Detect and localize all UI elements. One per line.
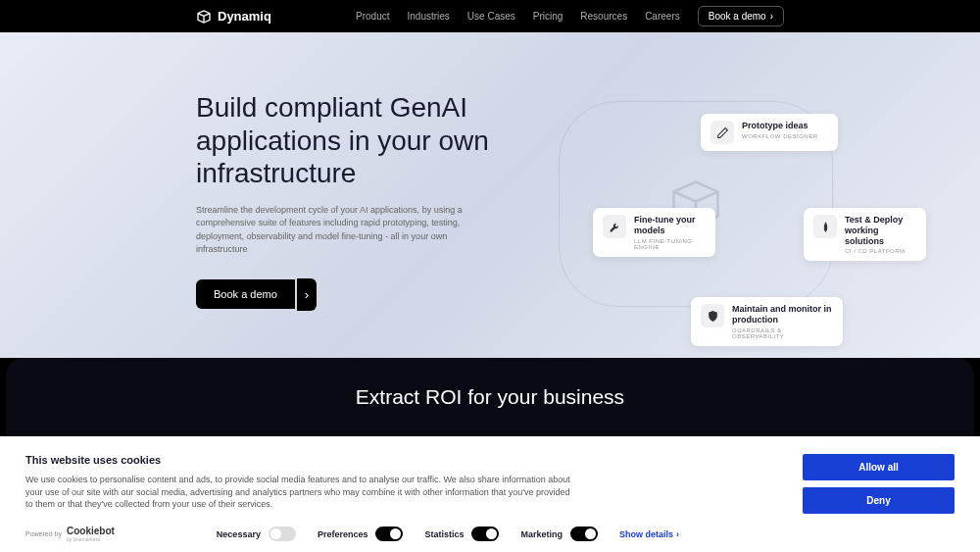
toggle-marketing[interactable] — [570, 527, 598, 541]
nav-pricing[interactable]: Pricing — [533, 11, 564, 22]
pencil-icon — [710, 121, 734, 144]
nav-industries[interactable]: Industries — [407, 11, 449, 22]
nav-resources[interactable]: Resources — [580, 11, 627, 22]
rocket-icon — [813, 215, 837, 238]
toggle-label-necessary: Necessary — [217, 529, 261, 539]
card-subtitle: CI / CD PLATFORM — [845, 248, 916, 254]
card-subtitle: GUARDRAILS & OBSERVABILITY — [732, 327, 833, 339]
card-title: Maintain and monitor in production — [732, 304, 833, 326]
brand-name: Dynamiq — [218, 9, 271, 24]
shield-icon — [701, 304, 724, 327]
toggle-label-statistics: Statistics — [424, 529, 464, 539]
deny-button[interactable]: Deny — [803, 487, 955, 514]
hero-demo-arrow[interactable]: › — [297, 278, 317, 311]
card-deploy[interactable]: Test & Deploy working solutions CI / CD … — [804, 208, 926, 261]
card-monitor[interactable]: Maintain and monitor in production GUARD… — [691, 297, 843, 346]
details-label: Show details — [619, 529, 673, 539]
cookie-banner: This website uses cookies We use cookies… — [0, 436, 980, 552]
chevron-right-icon: › — [676, 529, 679, 539]
powered-label: Powered by — [25, 530, 62, 537]
cookie-description: We use cookies to personalise content an… — [25, 474, 574, 511]
hero-title: Build compliant GenAI applications in yo… — [196, 91, 529, 190]
section-title: Extract ROI for your business — [356, 385, 624, 409]
nav-careers[interactable]: Careers — [645, 11, 680, 22]
card-finetune[interactable]: Fine-tune your models LLM FINE-TUNING EN… — [593, 208, 715, 257]
cookie-title: This website uses cookies — [25, 454, 773, 466]
logo[interactable]: Dynamiq — [196, 9, 271, 25]
allow-all-button[interactable]: Allow all — [803, 454, 955, 480]
chevron-right-icon: › — [305, 287, 309, 302]
toggle-necessary[interactable] — [269, 527, 296, 541]
nav-use-cases[interactable]: Use Cases — [467, 11, 515, 22]
toggle-label-preferences: Preferences — [318, 529, 368, 539]
roi-section: Extract ROI for your business — [6, 358, 974, 436]
cookiebot-logo: Cookiebot — [67, 526, 115, 536]
nav-product[interactable]: Product — [356, 11, 389, 22]
card-subtitle: WORKFLOW DESIGNER — [742, 133, 818, 139]
show-details-link[interactable]: Show details › — [619, 529, 679, 539]
main-nav: Product Industries Use Cases Pricing Res… — [356, 6, 784, 26]
hero-section: Build compliant GenAI applications in yo… — [0, 32, 980, 358]
card-title: Prototype ideas — [742, 121, 818, 131]
hero-demo-label[interactable]: Book a demo — [196, 279, 295, 309]
feature-diagram: Prototype ideas WORKFLOW DESIGNER Fine-t… — [510, 81, 882, 326]
powered-by[interactable]: Powered by Cookiebot by Usercentrics — [25, 526, 115, 542]
card-title: Test & Deploy working solutions — [845, 215, 916, 246]
toggle-statistics[interactable] — [471, 527, 499, 541]
header-demo-label: Book a demo — [709, 11, 766, 22]
toggle-preferences[interactable] — [375, 527, 403, 541]
cookiebot-sub: by Usercentrics — [67, 536, 115, 542]
card-prototype[interactable]: Prototype ideas WORKFLOW DESIGNER — [701, 114, 838, 151]
card-title: Fine-tune your models — [634, 215, 706, 236]
card-subtitle: LLM FINE-TUNING ENGINE — [634, 238, 706, 250]
header-demo-button[interactable]: Book a demo › — [698, 6, 784, 26]
toggle-label-marketing: Marketing — [520, 529, 563, 539]
wrench-icon — [603, 215, 626, 238]
chevron-right-icon: › — [770, 11, 773, 22]
hero-subtitle: Streamline the development cycle of your… — [196, 204, 490, 257]
